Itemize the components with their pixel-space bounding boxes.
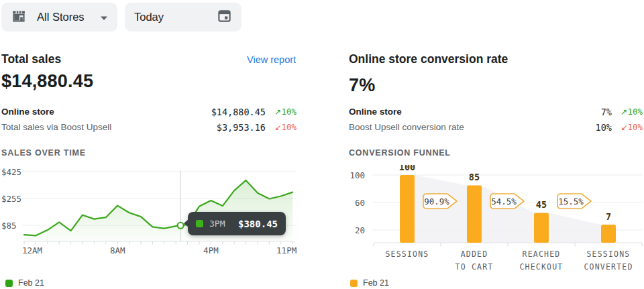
funnel-bar [400,175,415,243]
chevron-down-icon [100,11,108,23]
conversion-badge-label: 54.5% [491,196,517,207]
metric-row-boost-upsell: Total sales via Boost Upsell $3,953.16 ↙… [1,119,297,135]
store-icon [11,8,27,27]
metric-label: Online store [349,107,538,117]
legend-label: Feb 21 [363,278,389,288]
x-axis-label: 4PM [203,245,219,255]
metric-value: 10% [538,122,612,133]
funnel-bar [467,185,482,243]
y-axis-label: $425 [1,167,21,177]
legend-swatch-green [5,280,13,287]
hover-dot [178,223,184,229]
legend-label: Feb 21 [18,278,44,288]
conversion-rate-value: 7% [349,75,375,96]
x-axis-label: 8AM [110,245,125,255]
metric-delta-down: ↙10% [612,122,643,132]
conversion-badge-label: 15.5% [558,196,584,207]
trend-up-icon: ↗ [274,107,281,117]
sales-over-time-chart[interactable]: $425$255$8512AM8AM4PM11PM [0,166,299,256]
trend-down-icon: ↙ [621,123,627,132]
conversion-funnel-heading: CONVERSION FUNNEL [349,148,451,158]
tooltip-arrow [184,219,189,227]
conversion-funnel-chart[interactable]: 10060201008545790.9%54.5%15.5%SESSIONSAD… [349,165,644,275]
x-axis-category-label: CONVERTED [584,262,633,272]
x-axis-category-label: REACHED [523,249,561,259]
y-axis-label: $85 [1,221,17,231]
store-selector-button[interactable]: All Stores [1,3,117,32]
total-sales-title: Total sales [1,52,61,66]
y-axis-label: 100 [350,170,365,180]
tooltip-time: 3PM [209,219,225,229]
metric-delta-down: ↙10% [266,122,297,132]
total-sales-value: $14,880.45 [1,71,93,92]
bar-value-label: 7 [606,211,611,222]
total-sales-breakdown: Online store $14,880.45 ↗10% Total sales… [1,104,297,135]
metric-value: $3,953.16 [192,122,266,133]
tooltip-value: $380.45 [238,219,278,229]
calendar-icon [217,8,232,26]
metric-row-online-store-rate: Online store 7% ↗10% [349,104,643,119]
date-selector-button[interactable]: Today [125,3,241,32]
chart-tooltip: 3PM $380.45 [188,212,286,235]
tooltip-series-swatch [196,220,203,227]
metric-label: Online store [1,107,192,117]
bar-value-label: 45 [536,199,547,210]
sales-over-time-heading: SALES OVER TIME [1,148,86,158]
view-report-link[interactable]: View report [247,54,296,65]
x-axis-category-label: TO CART [455,262,494,272]
x-axis-category-label: SESSIONS [386,249,429,259]
conversion-rate-title: Online store conversion rate [349,52,508,66]
funnel-bar [601,225,616,243]
x-axis-label: 11PM [276,245,297,255]
x-axis-label: 12AM [22,245,42,255]
trend-up-icon: ↗ [621,107,627,117]
metric-row-online-store: Online store $14,880.45 ↗10% [1,104,297,119]
store-selector-label: All Stores [37,11,85,23]
metric-value: $14,880.45 [192,107,266,117]
metric-label: Total sales via Boost Upsell [1,122,192,132]
legend-swatch-orange [350,280,358,287]
bar-value-label: 85 [469,172,480,182]
conversion-breakdown: Online store 7% ↗10% Boost Upsell conver… [349,104,643,135]
metric-row-boost-upsell-rate: Boost Upsell conversion rate 10% ↙10% [349,119,643,135]
metric-value: 7% [538,107,612,117]
metric-delta-up: ↗10% [266,107,297,117]
metric-delta-up: ↗10% [612,107,643,117]
funnel-bar [534,213,549,243]
trend-down-icon: ↙ [274,123,281,132]
metric-label: Boost Upsell conversion rate [349,122,538,132]
funnel-chart-legend: Feb 21 [350,278,389,288]
y-axis-label: 60 [355,198,365,208]
x-axis-category-label: SESSIONS [587,249,631,259]
x-axis-category-label: ADDED [461,249,488,259]
x-axis-category-label: CHECKOUT [520,262,564,272]
bar-value-label: 100 [399,165,415,172]
y-axis-label: 20 [355,225,365,235]
y-axis-label: $255 [1,194,21,204]
conversion-badge-label: 90.9% [424,196,449,207]
analytics-dashboard: All Stores Today Total sales View report… [0,0,644,289]
sales-chart-legend: Feb 21 [5,278,44,288]
date-selector-label: Today [134,11,164,23]
